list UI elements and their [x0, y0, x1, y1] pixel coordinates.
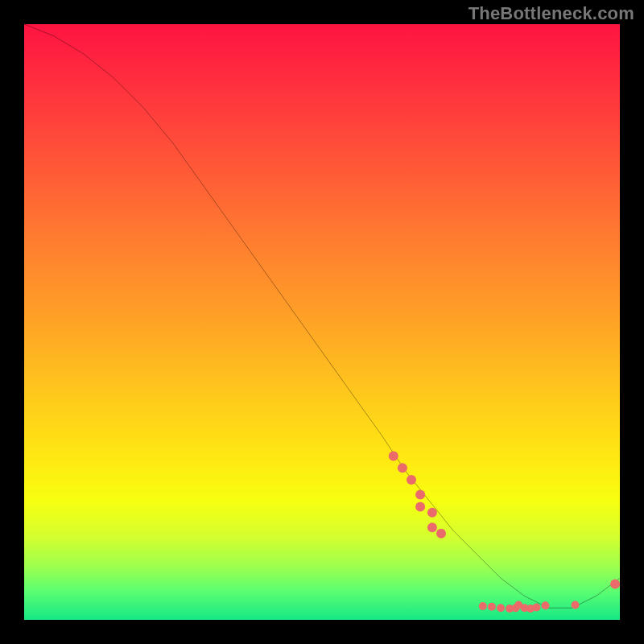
- data-marker: [541, 601, 549, 609]
- data-marker: [436, 529, 446, 539]
- bottleneck-curve: [24, 24, 620, 608]
- data-marker: [427, 522, 437, 532]
- data-marker: [497, 604, 505, 612]
- chart-svg: [24, 24, 620, 620]
- data-marker: [532, 603, 540, 611]
- data-marker: [479, 602, 487, 610]
- data-marker: [415, 502, 425, 511]
- data-marker: [415, 490, 425, 500]
- data-marker: [427, 508, 437, 518]
- data-marker: [398, 463, 407, 473]
- data-marker: [488, 603, 496, 611]
- data-marker: [571, 601, 579, 609]
- watermark-label: TheBottleneck.com: [469, 3, 634, 24]
- chart-wrapper: TheBottleneck.com: [0, 0, 644, 644]
- curve-group: [24, 24, 620, 608]
- markers-group: [389, 452, 620, 613]
- data-marker: [610, 580, 620, 589]
- data-marker: [407, 475, 416, 485]
- plot-area: [24, 24, 620, 620]
- data-marker: [389, 452, 398, 461]
